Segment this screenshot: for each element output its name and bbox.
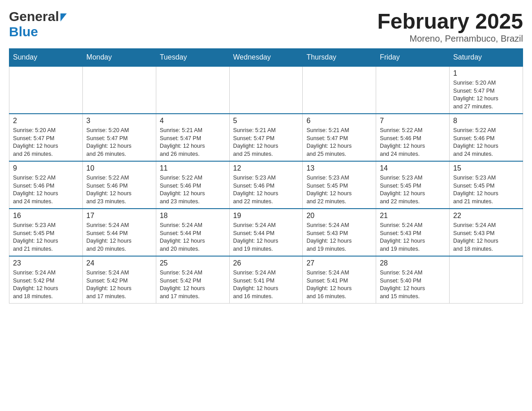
calendar-cell: 28Sunrise: 5:24 AMSunset: 5:40 PMDayligh… <box>376 256 450 304</box>
day-number: 13 <box>306 164 372 172</box>
calendar-cell: 18Sunrise: 5:24 AMSunset: 5:44 PMDayligh… <box>156 209 229 256</box>
logo: General Blue <box>9 9 67 39</box>
calendar-cell: 10Sunrise: 5:22 AMSunset: 5:46 PMDayligh… <box>82 161 156 209</box>
day-number: 24 <box>86 259 152 267</box>
day-info: Sunrise: 5:22 AMSunset: 5:46 PMDaylight:… <box>380 127 446 158</box>
day-info: Sunrise: 5:20 AMSunset: 5:47 PMDaylight:… <box>86 127 152 158</box>
day-info: Sunrise: 5:22 AMSunset: 5:46 PMDaylight:… <box>160 174 226 206</box>
week-row-0: 1Sunrise: 5:20 AMSunset: 5:47 PMDaylight… <box>9 66 523 114</box>
calendar-cell: 3Sunrise: 5:20 AMSunset: 5:47 PMDaylight… <box>82 114 156 161</box>
calendar-header-monday: Monday <box>82 49 156 67</box>
calendar-table: SundayMondayTuesdayWednesdayThursdayFrid… <box>9 48 523 304</box>
week-row-3: 16Sunrise: 5:23 AMSunset: 5:45 PMDayligh… <box>9 209 523 256</box>
calendar-cell <box>82 66 156 114</box>
calendar-cell: 4Sunrise: 5:21 AMSunset: 5:47 PMDaylight… <box>156 114 229 161</box>
calendar-cell: 6Sunrise: 5:21 AMSunset: 5:47 PMDaylight… <box>303 114 376 161</box>
day-info: Sunrise: 5:20 AMSunset: 5:47 PMDaylight:… <box>13 127 79 158</box>
calendar-cell <box>229 66 303 114</box>
calendar-cell <box>450 256 523 304</box>
calendar-header-tuesday: Tuesday <box>156 49 229 67</box>
day-number: 8 <box>453 117 519 125</box>
calendar-cell: 15Sunrise: 5:23 AMSunset: 5:45 PMDayligh… <box>450 161 523 209</box>
calendar-cell: 26Sunrise: 5:24 AMSunset: 5:41 PMDayligh… <box>229 256 303 304</box>
calendar-cell: 1Sunrise: 5:20 AMSunset: 5:47 PMDaylight… <box>450 66 523 114</box>
day-number: 1 <box>453 69 519 77</box>
day-info: Sunrise: 5:24 AMSunset: 5:43 PMDaylight:… <box>380 222 446 253</box>
day-info: Sunrise: 5:23 AMSunset: 5:45 PMDaylight:… <box>306 174 372 206</box>
day-number: 22 <box>453 212 519 220</box>
calendar-cell: 21Sunrise: 5:24 AMSunset: 5:43 PMDayligh… <box>376 209 450 256</box>
day-number: 2 <box>13 117 79 125</box>
day-info: Sunrise: 5:24 AMSunset: 5:40 PMDaylight:… <box>380 269 446 300</box>
day-number: 11 <box>160 164 226 172</box>
day-number: 19 <box>233 212 299 220</box>
week-row-2: 9Sunrise: 5:22 AMSunset: 5:46 PMDaylight… <box>9 161 523 209</box>
day-info: Sunrise: 5:23 AMSunset: 5:45 PMDaylight:… <box>380 174 446 206</box>
day-number: 5 <box>233 117 299 125</box>
calendar-cell <box>376 66 450 114</box>
day-info: Sunrise: 5:24 AMSunset: 5:42 PMDaylight:… <box>86 269 152 300</box>
calendar-cell: 25Sunrise: 5:24 AMSunset: 5:42 PMDayligh… <box>156 256 229 304</box>
calendar-cell: 9Sunrise: 5:22 AMSunset: 5:46 PMDaylight… <box>9 161 83 209</box>
calendar-cell: 16Sunrise: 5:23 AMSunset: 5:45 PMDayligh… <box>9 209 83 256</box>
logo-general-text: General <box>9 9 59 24</box>
day-number: 10 <box>86 164 152 172</box>
day-number: 3 <box>86 117 152 125</box>
day-number: 12 <box>233 164 299 172</box>
day-number: 9 <box>13 164 79 172</box>
calendar-cell: 2Sunrise: 5:20 AMSunset: 5:47 PMDaylight… <box>9 114 83 161</box>
day-info: Sunrise: 5:23 AMSunset: 5:45 PMDaylight:… <box>13 222 79 253</box>
calendar-header-sunday: Sunday <box>9 49 83 67</box>
logo-blue-text: Blue <box>9 24 38 39</box>
day-number: 21 <box>380 212 446 220</box>
calendar-header-thursday: Thursday <box>303 49 376 67</box>
day-info: Sunrise: 5:21 AMSunset: 5:47 PMDaylight:… <box>233 127 299 158</box>
day-info: Sunrise: 5:24 AMSunset: 5:44 PMDaylight:… <box>233 222 299 253</box>
day-info: Sunrise: 5:23 AMSunset: 5:45 PMDaylight:… <box>453 174 519 206</box>
day-info: Sunrise: 5:24 AMSunset: 5:44 PMDaylight:… <box>86 222 152 253</box>
calendar-cell: 23Sunrise: 5:24 AMSunset: 5:42 PMDayligh… <box>9 256 83 304</box>
day-info: Sunrise: 5:22 AMSunset: 5:46 PMDaylight:… <box>13 174 79 206</box>
calendar-cell <box>9 66 83 114</box>
day-number: 18 <box>160 212 226 220</box>
day-number: 23 <box>13 259 79 267</box>
calendar-cell: 13Sunrise: 5:23 AMSunset: 5:45 PMDayligh… <box>303 161 376 209</box>
day-info: Sunrise: 5:22 AMSunset: 5:46 PMDaylight:… <box>86 174 152 206</box>
day-number: 25 <box>160 259 226 267</box>
day-number: 27 <box>306 259 372 267</box>
week-row-4: 23Sunrise: 5:24 AMSunset: 5:42 PMDayligh… <box>9 256 523 304</box>
calendar-header-friday: Friday <box>376 49 450 67</box>
day-number: 17 <box>86 212 152 220</box>
calendar-cell <box>156 66 229 114</box>
day-info: Sunrise: 5:24 AMSunset: 5:41 PMDaylight:… <box>306 269 372 300</box>
day-number: 4 <box>160 117 226 125</box>
day-number: 26 <box>233 259 299 267</box>
day-number: 28 <box>380 259 446 267</box>
day-number: 16 <box>13 212 79 220</box>
calendar-cell: 17Sunrise: 5:24 AMSunset: 5:44 PMDayligh… <box>82 209 156 256</box>
calendar-cell: 8Sunrise: 5:22 AMSunset: 5:46 PMDaylight… <box>450 114 523 161</box>
day-number: 7 <box>380 117 446 125</box>
week-row-1: 2Sunrise: 5:20 AMSunset: 5:47 PMDaylight… <box>9 114 523 161</box>
calendar-header-wednesday: Wednesday <box>229 49 303 67</box>
calendar-cell: 11Sunrise: 5:22 AMSunset: 5:46 PMDayligh… <box>156 161 229 209</box>
page-header: General Blue February 2025 Moreno, Perna… <box>9 9 523 44</box>
calendar-cell: 14Sunrise: 5:23 AMSunset: 5:45 PMDayligh… <box>376 161 450 209</box>
day-number: 14 <box>380 164 446 172</box>
day-info: Sunrise: 5:21 AMSunset: 5:47 PMDaylight:… <box>306 127 372 158</box>
calendar-header-saturday: Saturday <box>450 49 523 67</box>
calendar-header-row: SundayMondayTuesdayWednesdayThursdayFrid… <box>9 49 523 67</box>
month-title: February 2025 <box>377 9 523 34</box>
day-info: Sunrise: 5:21 AMSunset: 5:47 PMDaylight:… <box>160 127 226 158</box>
logo-arrow-icon <box>60 13 67 21</box>
title-section: February 2025 Moreno, Pernambuco, Brazil <box>377 9 523 44</box>
day-info: Sunrise: 5:24 AMSunset: 5:41 PMDaylight:… <box>233 269 299 300</box>
calendar-cell: 12Sunrise: 5:23 AMSunset: 5:46 PMDayligh… <box>229 161 303 209</box>
day-info: Sunrise: 5:22 AMSunset: 5:46 PMDaylight:… <box>453 127 519 158</box>
calendar-cell: 24Sunrise: 5:24 AMSunset: 5:42 PMDayligh… <box>82 256 156 304</box>
calendar-cell: 7Sunrise: 5:22 AMSunset: 5:46 PMDaylight… <box>376 114 450 161</box>
day-info: Sunrise: 5:23 AMSunset: 5:46 PMDaylight:… <box>233 174 299 206</box>
day-number: 6 <box>306 117 372 125</box>
day-number: 15 <box>453 164 519 172</box>
day-info: Sunrise: 5:24 AMSunset: 5:42 PMDaylight:… <box>160 269 226 300</box>
